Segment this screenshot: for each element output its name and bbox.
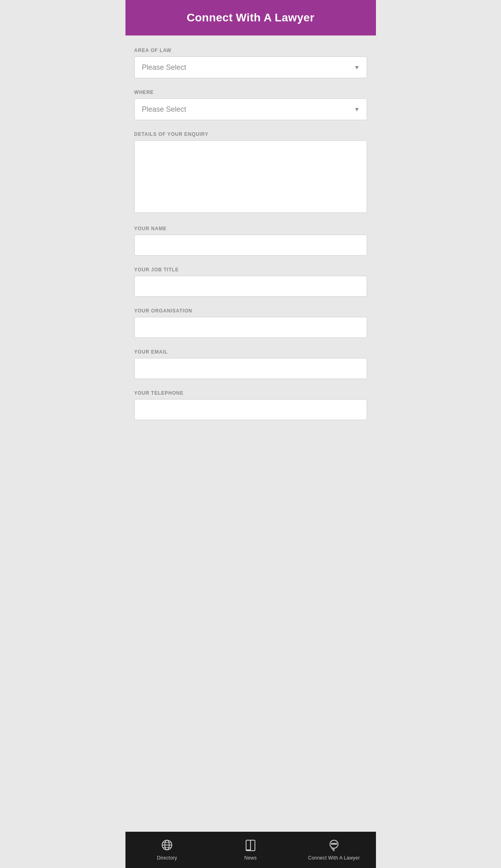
nav-item-news[interactable]: News xyxy=(209,832,292,868)
area-of-law-wrapper: Please Select ▼ xyxy=(134,56,367,78)
globe-icon xyxy=(161,839,173,853)
where-label: WHERE xyxy=(134,90,367,95)
nav-item-connect-lawyer[interactable]: Connect With A Lawyer xyxy=(292,832,376,868)
email-group: YOUR EMAIL xyxy=(134,349,367,379)
where-select[interactable]: Please Select xyxy=(134,98,367,120)
area-of-law-select[interactable]: Please Select xyxy=(134,56,367,78)
main-content: AREA OF LAW Please Select ▼ WHERE Please… xyxy=(125,35,376,832)
enquiry-group: DETAILS OF YOUR ENQUIRY xyxy=(134,131,367,214)
your-name-input[interactable] xyxy=(134,235,367,256)
job-title-label: YOUR JOB TITLE xyxy=(134,267,367,273)
organisation-input[interactable] xyxy=(134,317,367,338)
area-of-law-label: AREA OF LAW xyxy=(134,48,367,53)
svg-point-9 xyxy=(332,843,333,845)
svg-point-10 xyxy=(334,843,335,845)
book-icon xyxy=(244,839,257,853)
where-wrapper: Please Select ▼ xyxy=(134,98,367,120)
bottom-navigation: Directory News Connect With A Lawyer xyxy=(125,832,376,868)
connect-lawyer-nav-label: Connect With A Lawyer xyxy=(308,855,360,861)
enquiry-textarea[interactable] xyxy=(134,140,367,213)
news-nav-label: News xyxy=(244,855,257,861)
area-of-law-group: AREA OF LAW Please Select ▼ xyxy=(134,48,367,78)
page-title: Connect With A Lawyer xyxy=(134,11,368,24)
job-title-group: YOUR JOB TITLE xyxy=(134,267,367,297)
header: Connect With A Lawyer xyxy=(125,0,376,35)
directory-nav-label: Directory xyxy=(157,855,177,861)
job-title-input[interactable] xyxy=(134,276,367,297)
your-name-label: YOUR NAME xyxy=(134,226,367,231)
svg-point-11 xyxy=(336,843,337,845)
telephone-input[interactable] xyxy=(134,399,367,420)
email-input[interactable] xyxy=(134,358,367,379)
enquiry-label: DETAILS OF YOUR ENQUIRY xyxy=(134,131,367,137)
telephone-group: YOUR TELEPHONE xyxy=(134,390,367,420)
nav-item-directory[interactable]: Directory xyxy=(125,832,209,868)
chat-icon xyxy=(328,839,340,853)
email-label: YOUR EMAIL xyxy=(134,349,367,355)
your-name-group: YOUR NAME xyxy=(134,226,367,256)
organisation-label: YOUR ORGANISATION xyxy=(134,308,367,314)
where-group: WHERE Please Select ▼ xyxy=(134,90,367,120)
telephone-label: YOUR TELEPHONE xyxy=(134,390,367,396)
organisation-group: YOUR ORGANISATION xyxy=(134,308,367,338)
